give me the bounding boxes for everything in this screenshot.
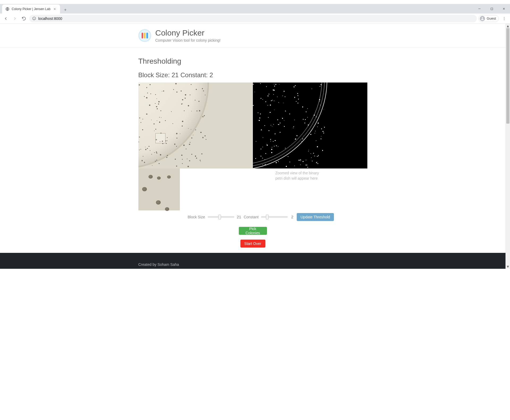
app-title: Colony Picker bbox=[155, 28, 221, 37]
svg-rect-1 bbox=[491, 8, 492, 10]
threshold-image-panel bbox=[253, 83, 367, 168]
close-window-button[interactable] bbox=[498, 4, 510, 14]
threshold-controls: Block Size 21 Constant 2 Update Threshol… bbox=[188, 213, 367, 221]
app-logo bbox=[138, 29, 151, 42]
zoom-preview bbox=[138, 168, 180, 210]
address-bar-row: localhost:8000 Guest bbox=[0, 14, 510, 24]
url-text: localhost:8000 bbox=[38, 16, 62, 21]
tab-title: Colony Picker | Jensen Lab bbox=[12, 7, 50, 11]
avatar-icon bbox=[480, 16, 485, 21]
pick-colonies-button[interactable]: Pick Colonies bbox=[239, 227, 267, 235]
page-content: Colony Picker Computer Vision tool for c… bbox=[0, 24, 505, 269]
page-header: Colony Picker Computer Vision tool for c… bbox=[0, 24, 505, 47]
placeholder-line-2: petri dish will appear here bbox=[275, 176, 319, 181]
new-tab-button[interactable] bbox=[62, 6, 69, 14]
section-heading: Thresholding bbox=[138, 57, 367, 66]
page-scroll-area[interactable]: Colony Picker Computer Vision tool for c… bbox=[0, 24, 505, 269]
window-controls bbox=[473, 4, 510, 14]
viewport: Colony Picker Computer Vision tool for c… bbox=[0, 24, 510, 269]
constant-slider[interactable] bbox=[261, 216, 288, 218]
svg-point-4 bbox=[504, 17, 504, 18]
scroll-down-arrow-icon[interactable]: ▾ bbox=[506, 264, 510, 269]
binary-zoom-placeholder: Zoomed view of the binary petri dish wil… bbox=[275, 168, 319, 210]
placeholder-line-1: Zoomed view of the binary bbox=[275, 171, 319, 176]
under-image-row: Zoomed view of the binary petri dish wil… bbox=[138, 168, 367, 210]
block-size-slider[interactable] bbox=[208, 216, 234, 218]
selection-box[interactable] bbox=[155, 133, 165, 143]
image-comparison-row bbox=[138, 83, 367, 168]
block-size-label: Block Size bbox=[188, 215, 205, 219]
browser-menu-button[interactable] bbox=[500, 15, 508, 22]
original-image-panel[interactable] bbox=[138, 83, 253, 168]
constant-label: Constant bbox=[244, 215, 258, 219]
svg-point-5 bbox=[504, 18, 504, 19]
back-button[interactable] bbox=[2, 15, 10, 22]
thresholding-section: Thresholding Block Size: 21 Constant: 2 bbox=[138, 47, 367, 248]
vertical-scrollbar[interactable]: ▴ ▾ bbox=[505, 24, 510, 269]
constant-value: 2 bbox=[290, 215, 294, 219]
window-titlebar bbox=[0, 0, 510, 4]
browser-tab[interactable]: Colony Picker | Jensen Lab bbox=[2, 5, 60, 14]
reload-button[interactable] bbox=[20, 15, 28, 22]
minimize-button[interactable] bbox=[473, 4, 486, 14]
app-tagline: Computer Vision tool for colony picking! bbox=[155, 38, 221, 42]
maximize-button[interactable] bbox=[486, 4, 498, 14]
address-bar[interactable]: localhost:8000 bbox=[29, 15, 477, 22]
browser-window: Colony Picker | Jensen Lab localhost:800… bbox=[0, 0, 510, 269]
svg-point-6 bbox=[504, 19, 504, 20]
close-icon[interactable] bbox=[53, 7, 57, 11]
profile-chip[interactable]: Guest bbox=[478, 15, 499, 22]
svg-point-3 bbox=[482, 17, 483, 19]
tab-bar: Colony Picker | Jensen Lab bbox=[0, 4, 510, 14]
forward-button[interactable] bbox=[11, 15, 19, 22]
start-over-button[interactable]: Start Over bbox=[240, 240, 265, 248]
scrollbar-thumb[interactable] bbox=[506, 28, 509, 124]
footer-credit: Created by Soham Saha bbox=[138, 262, 179, 267]
profile-label: Guest bbox=[487, 16, 496, 20]
update-threshold-button[interactable]: Update Threshold bbox=[297, 213, 334, 221]
page-footer: Created by Soham Saha bbox=[0, 253, 505, 269]
globe-icon bbox=[5, 7, 10, 11]
scroll-up-arrow-icon[interactable]: ▴ bbox=[506, 24, 510, 28]
block-size-value: 21 bbox=[237, 215, 241, 219]
site-info-icon[interactable] bbox=[32, 16, 36, 21]
params-readout: Block Size: 21 Constant: 2 bbox=[138, 71, 367, 79]
